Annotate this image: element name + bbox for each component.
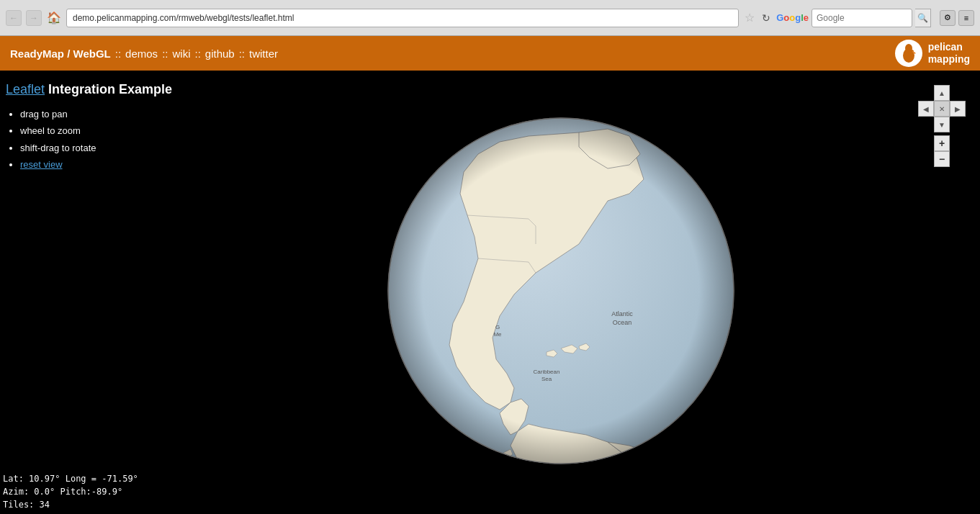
- pan-right-button[interactable]: ▶: [950, 101, 966, 117]
- sep1: ::: [115, 48, 121, 60]
- pan-up-button[interactable]: ▲: [934, 85, 950, 101]
- instruction-1: drag to pan: [20, 106, 172, 122]
- sep3: ::: [194, 48, 200, 60]
- svg-point-12: [388, 118, 734, 464]
- zoom-control: + −: [918, 135, 966, 167]
- pan-left-button[interactable]: ◀: [918, 101, 934, 117]
- github-link[interactable]: github: [205, 48, 235, 60]
- status-bar: Lat: 10.97° Long = -71.59° Azim: 0.0° Pi…: [3, 472, 138, 511]
- google-logo: Google: [776, 12, 809, 23]
- leaflet-link[interactable]: Leaflet: [6, 82, 45, 96]
- instructions-list: drag to pan wheel to zoom shift-drag to …: [6, 106, 172, 173]
- toolbar-icon-2[interactable]: ≡: [958, 10, 974, 26]
- toolbar-icon-1[interactable]: ⚙: [940, 10, 956, 26]
- pelican-logo: pelican mapping: [895, 40, 970, 67]
- zoom-out-button[interactable]: −: [934, 151, 950, 167]
- search-area: Google 🔍: [776, 9, 931, 27]
- pan-control: ▲ ◀ ✕ ▶ ▼: [918, 85, 966, 132]
- google-search-input[interactable]: [812, 9, 912, 27]
- main-content: Leaflet Integration Example drag to pan …: [0, 71, 980, 514]
- header-nav: ReadyMap / WebGL :: demos :: wiki :: git…: [10, 48, 278, 60]
- pan-center-button[interactable]: ✕: [934, 101, 950, 117]
- back-button[interactable]: ←: [6, 10, 22, 26]
- azim-pitch-status: Azim: 0.0° Pitch:-89.9°: [3, 485, 138, 498]
- demos-link[interactable]: demos: [125, 48, 158, 60]
- page-title: Leaflet Integration Example: [6, 82, 172, 97]
- pelican-text: pelican mapping: [928, 41, 970, 66]
- lat-long-status: Lat: 10.97° Long = -71.59°: [3, 472, 138, 485]
- nav-controls: ▲ ◀ ✕ ▶ ▼ + −: [918, 85, 966, 167]
- sep2: ::: [162, 48, 168, 60]
- sep4: ::: [239, 48, 245, 60]
- url-text: demo.pelicanmapping.com/rmweb/webgl/test…: [73, 13, 294, 23]
- browser-chrome: ← → 🏠 demo.pelicanmapping.com/rmweb/webg…: [0, 0, 980, 36]
- info-panel: Leaflet Integration Example drag to pan …: [6, 82, 172, 173]
- globe-container[interactable]: Atlantic Ocean Caribbean Sea G Me: [385, 114, 737, 470]
- toolbar-icons: ⚙ ≡: [940, 10, 974, 26]
- zoom-in-button[interactable]: +: [934, 135, 950, 151]
- bookmark-button[interactable]: ☆: [745, 11, 755, 24]
- reset-view-item: reset view: [20, 156, 172, 173]
- tiles-status: Tiles: 34: [3, 498, 138, 511]
- brand-text: ReadyMap / WebGL: [10, 48, 111, 60]
- page-title-rest: Integration Example: [48, 82, 172, 96]
- reset-view-link[interactable]: reset view: [20, 159, 63, 170]
- header-bar: ReadyMap / WebGL :: demos :: wiki :: git…: [0, 36, 980, 71]
- forward-button[interactable]: →: [26, 10, 42, 26]
- address-bar[interactable]: demo.pelicanmapping.com/rmweb/webgl/test…: [66, 9, 739, 27]
- instruction-2: wheel to zoom: [20, 122, 172, 139]
- twitter-link[interactable]: twitter: [249, 48, 278, 60]
- globe-svg: Atlantic Ocean Caribbean Sea G Me: [385, 114, 737, 467]
- pan-down-button[interactable]: ▼: [934, 117, 950, 132]
- google-search-button[interactable]: 🔍: [915, 9, 931, 27]
- refresh-button[interactable]: ↻: [762, 12, 770, 24]
- wiki-link[interactable]: wiki: [172, 48, 190, 60]
- pelican-icon: [895, 40, 922, 67]
- home-button[interactable]: 🏠: [46, 10, 62, 26]
- instruction-3: shift-drag to rotate: [20, 140, 172, 156]
